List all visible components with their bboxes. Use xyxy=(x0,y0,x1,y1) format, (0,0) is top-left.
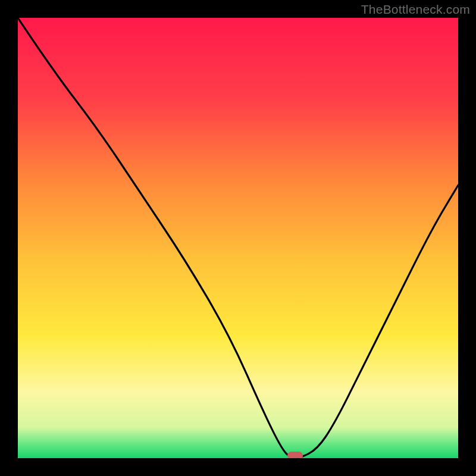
optimal-marker xyxy=(287,452,303,458)
chart-frame: TheBottleneck.com xyxy=(0,0,476,476)
watermark-text: TheBottleneck.com xyxy=(361,2,470,17)
bottleneck-curve xyxy=(18,18,458,458)
plot-area xyxy=(18,18,458,458)
